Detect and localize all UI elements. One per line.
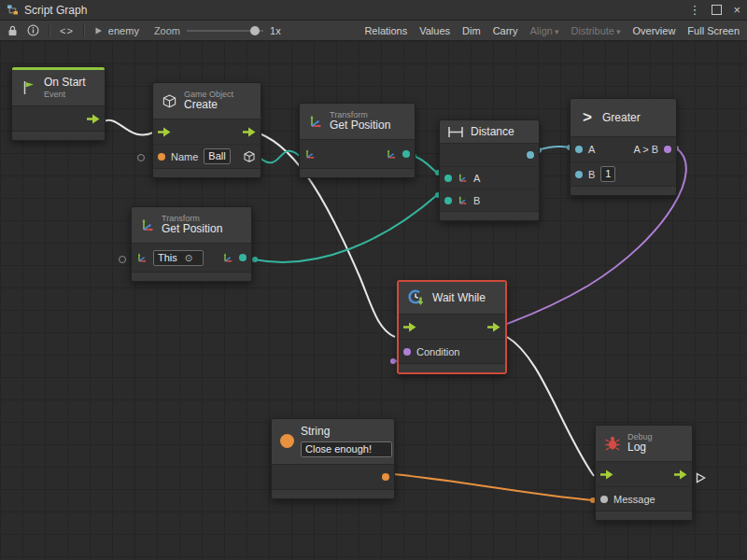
- code-icon[interactable]: <>: [60, 25, 74, 36]
- port-label: A: [588, 144, 595, 155]
- string-output-port[interactable]: [382, 473, 389, 481]
- toolbar-separator: [83, 24, 85, 37]
- node-title: Create: [184, 99, 233, 112]
- target-picker-icon[interactable]: ⊙: [185, 251, 192, 265]
- cube-icon: [162, 93, 177, 109]
- target-value-field[interactable]: This ⊙: [153, 250, 204, 266]
- node-footer: [272, 489, 394, 498]
- string-value-field[interactable]: Close enough!: [301, 441, 392, 457]
- node-string-literal[interactable]: String Close enough!: [271, 418, 395, 499]
- game-object-output-port[interactable]: [243, 150, 256, 163]
- position-vector-icon: [386, 148, 397, 160]
- flow-continuation-indicator[interactable]: [696, 470, 706, 487]
- vector-b-input-port[interactable]: [444, 197, 452, 204]
- port-label: A > B: [633, 144, 658, 155]
- lock-icon[interactable]: [7, 25, 18, 36]
- info-icon[interactable]: [27, 24, 39, 36]
- align-button[interactable]: Align▾: [530, 25, 559, 36]
- maximize-icon[interactable]: [712, 5, 722, 15]
- distance-output-port[interactable]: [527, 151, 534, 159]
- chevron-down-icon: ▾: [616, 27, 621, 36]
- node-footer: [596, 511, 692, 520]
- node-footer: [571, 186, 676, 195]
- unconnected-port-indicator[interactable]: [137, 154, 145, 161]
- node-wait-while[interactable]: Wait While Condition: [397, 280, 507, 374]
- node-greater[interactable]: > Greater A A > B B 1: [570, 98, 677, 196]
- name-value-field[interactable]: Ball: [204, 148, 230, 164]
- graph-name: enemy: [108, 25, 139, 36]
- node-header: Transform Get Position: [300, 104, 415, 139]
- a-input-port[interactable]: [575, 146, 583, 153]
- relations-button[interactable]: Relations: [364, 25, 407, 36]
- name-input-port[interactable]: [158, 153, 165, 161]
- dim-button[interactable]: Dim: [462, 25, 481, 36]
- node-title: Wait While: [432, 291, 486, 304]
- node-header: String Close enough!: [272, 419, 394, 464]
- distance-icon: [447, 126, 464, 138]
- condition-input-port[interactable]: [403, 348, 411, 356]
- message-input-port[interactable]: [600, 496, 608, 503]
- flow-input-port[interactable]: [600, 469, 613, 480]
- node-game-object-create[interactable]: Game Object Create Name Ball: [152, 82, 261, 178]
- vector3-icon: [458, 173, 468, 183]
- values-button[interactable]: Values: [419, 25, 450, 36]
- node-footer: [440, 211, 539, 220]
- node-title: On Start: [44, 77, 86, 90]
- carry-button[interactable]: Carry: [493, 25, 518, 36]
- close-icon[interactable]: ×: [733, 4, 740, 16]
- node-on-start-event[interactable]: On Start Event: [11, 66, 106, 141]
- unconnected-port-indicator[interactable]: [119, 256, 126, 263]
- position-output-port[interactable]: [239, 254, 247, 261]
- zoom-label: Zoom: [154, 25, 180, 36]
- node-distance[interactable]: Distance A B: [439, 119, 540, 221]
- flow-input-port[interactable]: [403, 322, 416, 332]
- window-title: Script Graph: [24, 4, 87, 17]
- node-title: Log: [627, 441, 653, 455]
- port-label: Message: [613, 494, 655, 505]
- graph-asset-icon: [94, 26, 104, 35]
- port-label: A: [473, 173, 480, 184]
- overview-button[interactable]: Overview: [633, 25, 676, 36]
- transform-input-port[interactable]: [136, 252, 148, 263]
- node-title: String: [301, 426, 392, 439]
- zoom-slider-handle[interactable]: [250, 26, 260, 35]
- node-title: Get Position: [330, 119, 390, 133]
- graph-toolbar: <> enemy Zoom 1x Relations Values Dim Ca…: [0, 21, 747, 41]
- wait-clock-icon: [407, 288, 426, 307]
- node-footer: [399, 363, 505, 372]
- transform-input-port[interactable]: [304, 148, 316, 160]
- node-title: Greater: [602, 111, 641, 124]
- node-footer: [300, 168, 415, 177]
- position-output-port[interactable]: [402, 150, 410, 158]
- distribute-button[interactable]: Distribute▾: [571, 25, 621, 36]
- b-value-field[interactable]: 1: [600, 166, 615, 182]
- node-header: > Greater: [571, 99, 676, 136]
- transform-icon: [140, 217, 155, 232]
- result-output-port[interactable]: [664, 146, 671, 153]
- graph-reference[interactable]: enemy: [94, 25, 139, 36]
- zoom-slider[interactable]: [187, 26, 263, 35]
- flow-output-port[interactable]: [487, 322, 500, 332]
- node-get-position-ball[interactable]: Transform Get Position: [299, 103, 416, 178]
- toolbar-separator: [49, 24, 50, 37]
- menu-icon[interactable]: ⋮: [688, 4, 700, 16]
- node-get-position-this[interactable]: Transform Get Position This ⊙: [131, 206, 252, 282]
- bug-icon: [604, 435, 621, 452]
- node-footer: [12, 131, 105, 140]
- flow-output-port[interactable]: [243, 127, 256, 137]
- vector-a-input-port[interactable]: [444, 175, 452, 182]
- flow-output-port[interactable]: [87, 114, 100, 124]
- node-footer: [153, 168, 261, 177]
- node-header: Wait While: [399, 282, 505, 314]
- window-titlebar[interactable]: Script Graph ⋮ ×: [0, 0, 747, 21]
- transform-icon: [308, 114, 323, 129]
- node-header: On Start Event: [12, 70, 105, 105]
- zoom-value: 1x: [270, 25, 281, 36]
- fullscreen-button[interactable]: Full Screen: [687, 25, 740, 36]
- vector3-icon: [458, 195, 468, 205]
- node-debug-log[interactable]: Debug Log Message: [595, 425, 693, 521]
- b-input-port[interactable]: [575, 171, 583, 178]
- string-type-icon: [280, 434, 294, 448]
- flow-output-port[interactable]: [674, 469, 687, 480]
- flow-input-port[interactable]: [158, 127, 171, 137]
